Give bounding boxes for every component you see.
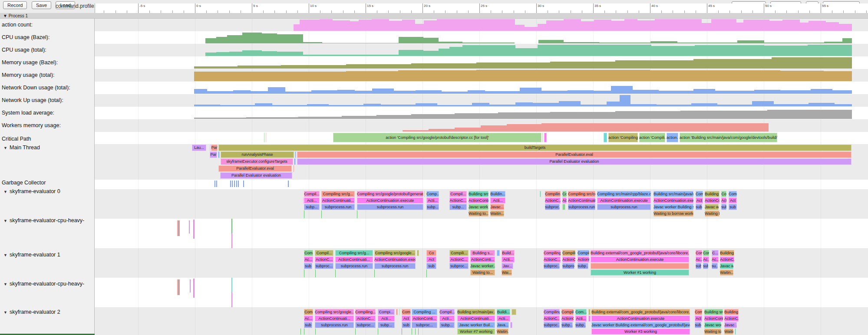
trace-block[interactable]: Compil... (439, 309, 455, 315)
track-label-skyframe-evaluator-cpu-heavy[interactable]: ▼skyframe-evaluator-cpu-heavy- (3, 217, 84, 224)
trace-block[interactable]: ActionContinuati... (457, 315, 495, 322)
trace-block[interactable] (396, 309, 398, 315)
trace-block[interactable]: Act (426, 256, 436, 263)
trace-block[interactable]: Waitin... (497, 328, 508, 335)
trace-block[interactable]: Building external/com_google_protobuf/ja… (591, 250, 689, 256)
event-tick[interactable] (300, 328, 301, 335)
trace-block[interactable] (542, 133, 543, 142)
event-tick[interactable] (177, 220, 178, 236)
event-tick[interactable] (231, 219, 232, 233)
trace-block[interactable]: ActionConti... (469, 197, 488, 204)
event-tick[interactable] (357, 210, 357, 218)
trace-block[interactable]: Compiling ... (412, 309, 437, 315)
trace-block[interactable]: subproc... (412, 322, 437, 328)
trace-block[interactable]: Compiling src/main/cpp/blaze.cc (597, 191, 651, 197)
trace-block[interactable]: ActionContinuation.execute (591, 256, 689, 263)
trace-block[interactable]: action 'Compili... (639, 133, 665, 142)
trace-block[interactable] (294, 165, 294, 172)
trace-block[interactable]: ActionC... (720, 256, 734, 263)
trace-block[interactable]: sub (729, 204, 737, 210)
trace-block[interactable]: sub (304, 322, 312, 328)
trace-block[interactable]: Compiling src/g... (335, 250, 373, 256)
trace-block[interactable]: ActionContinuation.execute (653, 197, 693, 204)
trace-block[interactable]: subp... (378, 322, 395, 328)
trace-block[interactable]: ActionContinuati... (321, 197, 355, 204)
trace-block[interactable] (295, 151, 296, 158)
trace-block[interactable]: Act (402, 315, 411, 322)
trace-block[interactable]: Compilin... (545, 191, 561, 197)
trace-block[interactable]: Javac wor... (705, 204, 719, 210)
trace-block[interactable]: Acti... (502, 256, 515, 263)
trace-block[interactable]: Com... (575, 309, 587, 315)
trace-block[interactable]: su... (712, 263, 718, 269)
trace-block[interactable]: Javac worker Building s... (653, 204, 693, 210)
trace-block[interactable]: Com (304, 309, 313, 315)
trace-block[interactable]: sub (304, 263, 312, 269)
collapse-arrow-icon[interactable]: ▼ (3, 189, 10, 195)
trace-block[interactable]: Compiling src/core/... (568, 191, 595, 197)
event-tick[interactable] (304, 328, 304, 335)
trace-block[interactable]: Co (721, 191, 726, 197)
trace-block[interactable]: Building src... (705, 191, 719, 197)
trace-block[interactable]: subprocess.run (357, 204, 423, 210)
event-tick[interactable] (335, 269, 336, 277)
trace-block[interactable]: Javac ... (724, 322, 737, 328)
trace-block[interactable]: subprocess.run (374, 263, 416, 269)
trace-block[interactable]: sub (696, 204, 702, 210)
track-label-skyframe-evaluator-2[interactable]: ▼skyframe-evaluator 2 (3, 309, 60, 315)
trace-block[interactable]: Act (729, 197, 737, 204)
trace-block[interactable]: ActionConti... (470, 256, 495, 263)
trace-block[interactable]: Waiting to... (470, 269, 495, 276)
event-tick[interactable] (415, 328, 416, 335)
trace-block[interactable]: subproc... (315, 263, 333, 269)
event-tick[interactable] (288, 181, 289, 187)
event-tick[interactable] (304, 269, 304, 277)
trace-block[interactable] (540, 191, 541, 197)
trace-block[interactable]: Comp... (426, 191, 439, 197)
trace-block[interactable]: Ac... (703, 256, 709, 263)
event-tick[interactable] (178, 220, 179, 236)
event-tick[interactable] (190, 279, 191, 292)
trace-block[interactable] (417, 250, 419, 256)
event-tick[interactable] (230, 181, 231, 187)
trace-block[interactable]: subprocess.run (597, 204, 651, 210)
trace-block[interactable] (210, 145, 211, 151)
trace-block[interactable]: Javac work... (469, 204, 488, 210)
trace-block[interactable]: subp... (561, 322, 573, 328)
trace-block[interactable]: ActionContinuation.execute (597, 197, 651, 204)
trace-block[interactable] (497, 250, 500, 256)
event-tick[interactable] (412, 328, 412, 335)
event-tick[interactable] (304, 210, 304, 218)
save-button[interactable]: Save (32, 1, 51, 9)
trace-block[interactable]: Javac worker... (704, 322, 721, 328)
trace-block[interactable] (588, 309, 591, 315)
trace-block[interactable]: sub (703, 263, 708, 269)
trace-block[interactable]: Co (426, 250, 436, 256)
trace-block[interactable]: subprocess.run (321, 204, 355, 210)
trace-block[interactable]: Com (304, 250, 313, 256)
trace-block[interactable]: Compil... (315, 250, 333, 256)
trace-block[interactable]: Javac worker Building external/com_googl… (591, 322, 690, 328)
trace-block[interactable]: Ac... (696, 256, 702, 263)
trace-block[interactable]: ActionContinuati... (315, 315, 354, 322)
trace-block[interactable]: ActionC... (315, 256, 333, 263)
trace-block[interactable]: Java... (497, 322, 509, 328)
trace-block[interactable] (266, 133, 266, 142)
event-tick[interactable] (355, 328, 356, 335)
trace-block[interactable] (218, 151, 220, 158)
trace-block[interactable]: sub (721, 204, 726, 210)
trace-block[interactable]: ActionContinuation.execute (374, 256, 416, 263)
event-tick[interactable] (231, 278, 232, 292)
event-tick[interactable] (234, 181, 235, 187)
trace-block[interactable]: subprocess.run (568, 204, 595, 210)
trace-block[interactable]: subp... (426, 204, 439, 210)
trace-block[interactable]: Ac... (304, 315, 313, 322)
event-tick[interactable] (177, 279, 178, 295)
trace-block[interactable]: action 'Building src/main/java/com/googl… (680, 133, 777, 142)
trace-block[interactable]: Act (696, 197, 703, 204)
trace-block[interactable]: Building s... (470, 250, 495, 256)
event-tick[interactable] (402, 328, 402, 335)
event-tick[interactable] (315, 269, 316, 277)
event-tick[interactable] (193, 279, 195, 298)
trace-block[interactable]: Lau... (192, 145, 206, 151)
